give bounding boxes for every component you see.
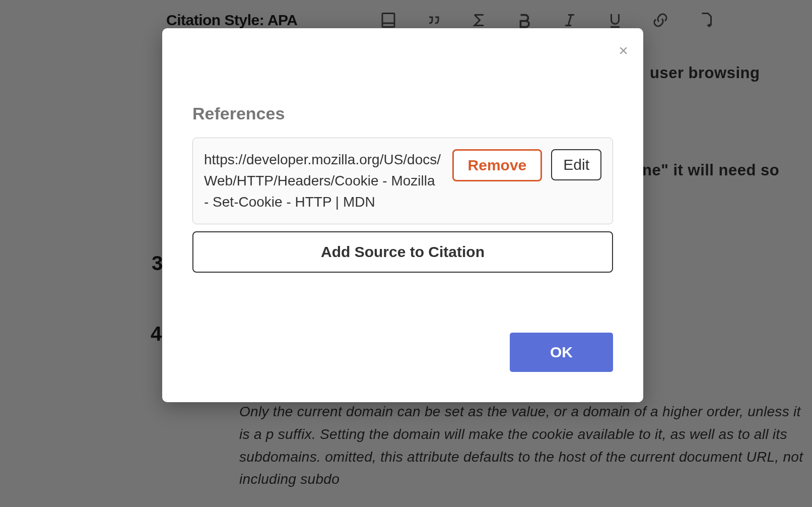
add-source-button[interactable]: Add Source to Citation xyxy=(192,231,613,273)
remove-button[interactable]: Remove xyxy=(452,149,543,181)
references-modal: × References https://developer.mozilla.o… xyxy=(162,28,643,402)
edit-button[interactable]: Edit xyxy=(551,149,601,180)
close-icon[interactable]: × xyxy=(619,42,628,58)
modal-title: References xyxy=(192,104,613,123)
reference-text: https://developer.mozilla.org/US/docs/We… xyxy=(204,149,443,213)
reference-item: https://developer.mozilla.org/US/docs/We… xyxy=(192,138,613,224)
ok-button[interactable]: OK xyxy=(510,333,613,372)
